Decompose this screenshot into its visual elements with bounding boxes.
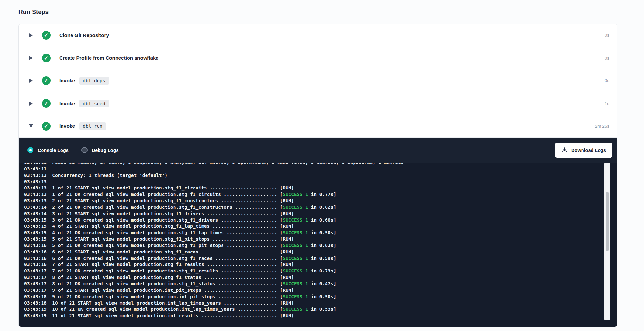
log-tail-text: in 0.60s] <box>308 217 336 223</box>
log-success-text: SUCCESS 1 <box>283 268 308 273</box>
log-lines: 03:43:11 Found 21 models, 17 tests, 0 sn… <box>24 163 598 319</box>
log-tail-text: in 0.59s] <box>308 256 336 261</box>
download-logs-button[interactable]: Download Logs <box>555 143 612 158</box>
log-text: 03:43:17 8 of 21 OK created sql view mod… <box>24 281 283 286</box>
log-text: 03:43:17 8 of 21 START sql view model pr… <box>24 275 294 280</box>
step-label: Clone Git Repository <box>59 32 109 38</box>
step-duration: 1s <box>605 101 609 106</box>
console-header: Console Logs Debug Logs Download Logs <box>19 138 617 163</box>
log-line: 03:43:15 4 of 21 OK created sql view mod… <box>24 230 598 236</box>
log-tail-text: in 0.73s] <box>308 268 336 273</box>
log-tail-text: in 0.77s] <box>308 192 336 197</box>
log-success-text: SUCCESS 1 <box>283 205 308 210</box>
log-success-text: SUCCESS 1 <box>283 256 308 261</box>
log-line: 03:43:15 4 of 21 START sql view model pr… <box>24 223 598 230</box>
log-text: 03:43:18 9 of 21 OK created sql view mod… <box>24 294 283 299</box>
step-duration: 2m 26s <box>595 124 609 129</box>
console-log-output[interactable]: 03:43:11 Found 21 models, 17 tests, 0 sn… <box>19 163 617 327</box>
log-text: 03:43:13 <box>24 179 47 184</box>
log-line: 03:43:17 8 of 21 START sql view model pr… <box>24 274 598 281</box>
success-check-icon: ✓ <box>42 76 51 85</box>
success-check-icon: ✓ <box>42 31 51 40</box>
log-line: 03:43:14 2 of 21 OK created sql view mod… <box>24 204 598 211</box>
log-type-radio[interactable]: Debug Logs <box>81 147 119 153</box>
log-line: 03:43:17 9 of 21 START sql view model pr… <box>24 287 598 294</box>
log-tail-text: in 0.50s] <box>308 230 336 235</box>
step-duration: 0s <box>605 78 609 83</box>
log-scrollbar-track[interactable] <box>604 163 610 320</box>
step-command-badge: dbt run <box>79 122 106 130</box>
log-tail-text: in 0.50s] <box>308 294 336 299</box>
log-text: 03:43:13 Concurrency: 1 threads (target=… <box>24 173 167 178</box>
log-line: 03:43:17 7 of 21 OK created sql view mod… <box>24 268 598 274</box>
run-step-row[interactable]: ✓ Invoke dbt deps 0s <box>19 69 617 92</box>
radio-label: Console Logs <box>38 148 69 153</box>
log-text: 03:43:14 2 of 21 OK created sql view mod… <box>24 205 283 210</box>
success-check-icon: ✓ <box>42 54 51 62</box>
log-text: 03:43:16 7 of 21 START sql view model pr… <box>24 262 294 267</box>
success-check-icon: ✓ <box>42 99 51 108</box>
log-text: 03:43:15 3 of 21 OK created sql view mod… <box>24 217 283 223</box>
log-text: 03:43:16 6 of 21 OK created sql view mod… <box>24 256 283 261</box>
log-text: 03:43:13 1 of 21 OK created sql view mod… <box>24 192 283 197</box>
log-success-text: SUCCESS 1 <box>283 230 308 235</box>
log-success-text: SUCCESS 1 <box>283 281 308 286</box>
log-line: 03:43:18 9 of 21 OK created sql view mod… <box>24 294 598 300</box>
log-line: 03:43:11 <box>24 166 598 172</box>
expand-chevron-icon[interactable] <box>28 124 33 128</box>
log-line: 03:43:13 2 of 21 START sql view model pr… <box>24 198 598 204</box>
log-text: 03:43:14 3 of 21 START sql view model pr… <box>24 211 294 216</box>
log-line: 03:43:15 3 of 21 OK created sql view mod… <box>24 217 598 224</box>
run-step-row[interactable]: ✓ Invoke dbt seed 1s <box>19 92 617 115</box>
log-tail-text: in 0.53s] <box>308 307 336 312</box>
download-logs-label: Download Logs <box>571 148 606 153</box>
log-line: 03:43:13 1 of 21 START sql view model pr… <box>24 185 598 191</box>
run-step-row[interactable]: ✓ Create Profile from Connection snowfla… <box>19 47 617 70</box>
log-text: 03:43:16 6 of 21 START sql view model pr… <box>24 249 294 254</box>
radio-icon[interactable] <box>81 147 88 153</box>
page-title: Run Steps <box>18 8 49 15</box>
log-text: 03:43:18 10 of 21 START sql view model p… <box>24 300 294 306</box>
expand-chevron-icon[interactable] <box>28 102 33 106</box>
log-text: 03:43:17 9 of 21 START sql view model pr… <box>24 288 294 293</box>
log-tail-text: in 0.47s] <box>308 281 336 286</box>
log-line: 03:43:13 Concurrency: 1 threads (target=… <box>24 172 598 179</box>
log-type-radio[interactable]: Console Logs <box>27 147 69 153</box>
log-success-text: SUCCESS 1 <box>283 243 308 248</box>
log-line: 03:43:17 8 of 21 OK created sql view mod… <box>24 281 598 287</box>
log-text: 03:43:17 7 of 21 OK created sql view mod… <box>24 268 283 273</box>
log-text: 03:43:13 1 of 21 START sql view model pr… <box>24 185 294 190</box>
log-line: 03:43:16 6 of 21 START sql view model pr… <box>24 249 598 255</box>
run-step-row[interactable]: ✓ Invoke dbt run 2m 26s <box>19 115 617 138</box>
log-text: 03:43:11 <box>24 166 47 171</box>
log-tail-text: in 0.62s] <box>308 205 336 210</box>
radio-icon[interactable] <box>27 147 33 153</box>
log-text: 03:43:11 Found 21 models, 17 tests, 0 sn… <box>24 163 404 165</box>
expand-chevron-icon[interactable] <box>28 79 33 83</box>
radio-label: Debug Logs <box>92 148 119 153</box>
expand-chevron-icon[interactable] <box>28 56 33 60</box>
log-line: 03:43:19 10 of 21 OK created sql view mo… <box>24 306 598 313</box>
success-check-icon: ✓ <box>42 122 51 131</box>
run-step-row[interactable]: ✓ Clone Git Repository 0s <box>19 24 617 47</box>
log-line: 03:43:14 3 of 21 START sql view model pr… <box>24 211 598 217</box>
log-text: 03:43:15 5 of 21 START sql view model pr… <box>24 236 294 242</box>
log-line: 03:43:13 <box>24 179 598 185</box>
log-scrollbar-thumb[interactable] <box>606 192 609 251</box>
run-steps-list: ✓ Clone Git Repository 0s ✓ Create Profi… <box>19 24 617 138</box>
log-type-radio-group: Console Logs Debug Logs <box>27 147 132 153</box>
download-icon <box>562 147 568 153</box>
expand-chevron-icon[interactable] <box>28 33 33 37</box>
log-line: 03:43:18 10 of 21 START sql view model p… <box>24 300 598 307</box>
log-success-text: SUCCESS 1 <box>283 217 308 223</box>
step-duration: 0s <box>605 33 609 38</box>
log-text: 03:43:13 2 of 21 START sql view model pr… <box>24 198 294 203</box>
log-tail-text: in 0.63s] <box>308 243 336 248</box>
run-steps-card: ✓ Clone Git Repository 0s ✓ Create Profi… <box>18 24 617 327</box>
step-label: Invoke <box>59 78 75 84</box>
log-success-text: SUCCESS 1 <box>283 192 308 197</box>
log-line: 03:43:19 11 of 21 START sql view model p… <box>24 313 598 319</box>
log-text: 03:43:16 5 of 21 OK created sql view mod… <box>24 243 283 248</box>
step-label: Invoke <box>59 101 75 106</box>
log-line: 03:43:13 1 of 21 OK created sql view mod… <box>24 191 598 198</box>
